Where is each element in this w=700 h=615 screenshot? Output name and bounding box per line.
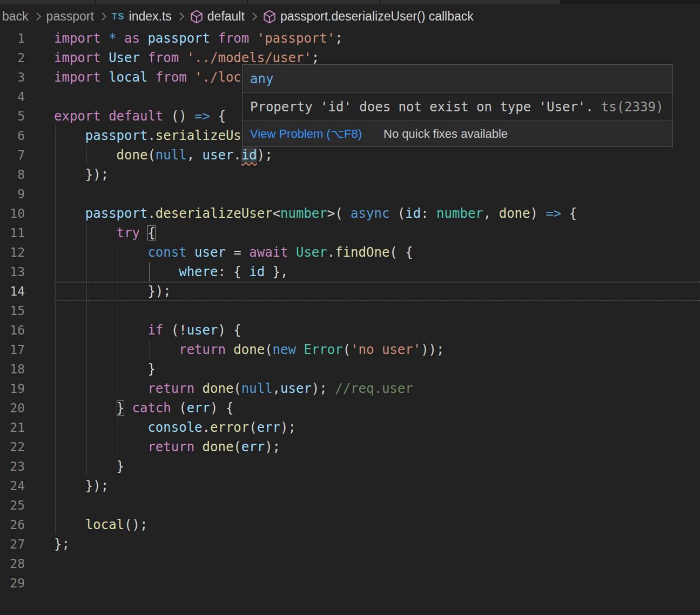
breadcrumb-item-back[interactable]: back — [2, 9, 29, 24]
line-number[interactable]: 6 — [0, 126, 54, 145]
line-number[interactable]: 21 — [0, 418, 54, 437]
code-line[interactable] — [54, 554, 700, 573]
line-number[interactable]: 26 — [0, 515, 54, 534]
breadcrumb-item-passport[interactable]: passport — [46, 9, 94, 24]
code-line[interactable]: } — [54, 359, 700, 379]
code-line-row: 15 — [0, 301, 700, 320]
code-tokens: if (!user) { — [54, 323, 241, 338]
code-line-row: 20 } catch (err) { — [0, 398, 700, 418]
code-line-row: 8 }); — [0, 165, 700, 184]
code-line[interactable]: if (!user) { — [54, 320, 700, 340]
line-number[interactable]: 11 — [0, 223, 54, 243]
line-number[interactable]: 18 — [0, 359, 54, 379]
code-line[interactable]: } — [54, 457, 700, 476]
no-quick-fixes-label: No quick fixes available — [383, 127, 508, 141]
line-number[interactable]: 10 — [0, 204, 54, 223]
code-line-row: 26 local(); — [0, 515, 700, 534]
line-number[interactable]: 28 — [0, 554, 54, 573]
line-number[interactable]: 20 — [0, 398, 54, 418]
breadcrumb-label: back — [2, 9, 29, 24]
indent-guide — [55, 496, 56, 515]
code-tokens: } — [54, 362, 156, 377]
line-number[interactable]: 9 — [0, 184, 54, 204]
breadcrumb-item-default[interactable]: default — [190, 9, 245, 24]
line-number[interactable]: 16 — [0, 320, 54, 340]
code-line[interactable]: import * as passport from 'passport'; — [54, 29, 700, 48]
breadcrumb: backpassportTSindex.tsdefaultpassport.de… — [0, 4, 700, 29]
code-tokens: return done(new Error('no user')); — [54, 342, 445, 357]
hover-actions-row: View Problem (⌥F8) No quick fixes availa… — [243, 121, 672, 146]
code-line-row: 11 try { — [0, 223, 700, 243]
line-number[interactable]: 29 — [0, 573, 54, 593]
code-line-row: 16 if (!user) { — [0, 320, 700, 340]
line-number[interactable]: 4 — [0, 87, 54, 106]
code-tokens: const user = await User.findOne( { — [54, 245, 413, 260]
code-line-row: 13 where: { id }, — [0, 262, 700, 282]
code-line[interactable]: return done(err); — [54, 437, 700, 457]
code-line[interactable]: try { — [54, 223, 700, 243]
tab-header[interactable] — [381, 0, 560, 4]
breadcrumb-separator-icon — [32, 12, 41, 21]
breadcrumb-separator-icon — [249, 12, 258, 21]
breadcrumb-label: index.ts — [129, 9, 172, 24]
code-line[interactable]: console.error(err); — [54, 418, 700, 437]
line-number[interactable]: 13 — [0, 262, 54, 282]
code-line[interactable] — [54, 496, 700, 515]
code-line[interactable]: }; — [54, 534, 700, 554]
indent-guide — [118, 301, 118, 320]
code-line[interactable]: }); — [54, 476, 700, 496]
symbol-cube-icon — [262, 10, 277, 24]
code-line[interactable] — [54, 184, 700, 204]
tab-header[interactable] — [96, 0, 247, 4]
code-line-row: 17 return done(new Error('no user')); — [0, 340, 700, 359]
line-number[interactable]: 3 — [0, 68, 54, 87]
code-line[interactable]: where: { id }, — [54, 262, 700, 282]
code-tokens: console.error(err); — [54, 420, 296, 435]
code-line[interactable] — [54, 301, 700, 320]
line-number[interactable]: 7 — [0, 145, 54, 165]
line-number[interactable]: 19 — [0, 379, 54, 398]
line-number[interactable]: 1 — [0, 29, 54, 48]
code-line[interactable]: return done(new Error('no user')); — [54, 340, 700, 359]
breadcrumb-separator-icon — [176, 12, 185, 21]
line-number[interactable]: 17 — [0, 340, 54, 359]
line-number[interactable]: 22 — [0, 437, 54, 457]
hover-type-row: any — [243, 65, 672, 92]
breadcrumb-label: default — [207, 9, 245, 24]
hover-type-label: any — [250, 71, 273, 86]
code-line-row: 24 }); — [0, 476, 700, 496]
code-line-row: 27}; — [0, 534, 700, 554]
code-line[interactable] — [54, 573, 700, 593]
tab-header[interactable] — [248, 0, 380, 4]
code-line[interactable]: passport.deserializeUser<number>( async … — [54, 204, 700, 223]
code-line-row: 29 — [0, 573, 700, 593]
code-tokens: import local from './local'; — [54, 70, 273, 85]
code-line[interactable]: }); — [54, 282, 700, 301]
line-number[interactable]: 23 — [0, 457, 54, 476]
line-number[interactable]: 24 — [0, 476, 54, 496]
line-number[interactable]: 14 — [0, 282, 54, 301]
code-line[interactable]: return done(null,user); //req.user — [54, 379, 700, 398]
line-number[interactable]: 25 — [0, 496, 54, 515]
line-number[interactable]: 8 — [0, 165, 54, 184]
code-tokens: return done(err); — [54, 439, 280, 454]
code-line[interactable]: } catch (err) { — [54, 398, 700, 418]
line-number[interactable]: 2 — [0, 48, 54, 68]
code-line[interactable]: local(); — [54, 515, 700, 534]
line-number[interactable]: 5 — [0, 106, 54, 126]
breadcrumb-item-passport-deserializeuser-callback[interactable]: passport.deserializeUser() callback — [262, 9, 474, 24]
code-tokens: passport.deserializeUser<number>( async … — [54, 206, 577, 221]
code-tokens: } — [54, 459, 124, 474]
line-number[interactable]: 27 — [0, 534, 54, 554]
line-number[interactable]: 12 — [0, 243, 54, 262]
code-line-row: 12 const user = await User.findOne( { — [0, 243, 700, 262]
code-line[interactable]: done(null, user.id); — [54, 145, 700, 165]
code-line-row: 1import * as passport from 'passport'; — [0, 29, 700, 48]
line-number[interactable]: 15 — [0, 301, 54, 320]
tab-header[interactable] — [0, 0, 95, 4]
breadcrumb-item-index-ts[interactable]: TSindex.ts — [112, 9, 172, 24]
code-line[interactable]: const user = await User.findOne( { — [54, 243, 700, 262]
code-line[interactable]: }); — [54, 165, 700, 184]
view-problem-link[interactable]: View Problem (⌥F8) — [250, 127, 362, 141]
error-token[interactable]: id — [241, 148, 257, 163]
